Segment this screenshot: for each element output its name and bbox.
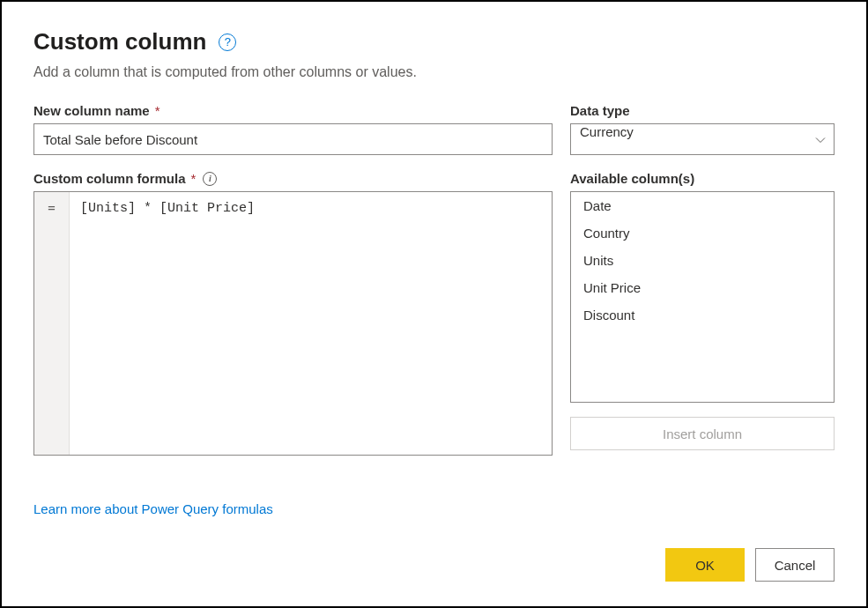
formula-content[interactable]: [Units] * [Unit Price] xyxy=(70,192,552,455)
info-icon[interactable]: i xyxy=(203,172,217,186)
data-type-label: Data type xyxy=(570,103,835,118)
dialog-subtitle: Add a column that is computed from other… xyxy=(33,64,835,80)
required-mark: * xyxy=(155,103,160,118)
dialog-footer: OK Cancel xyxy=(33,548,835,582)
available-columns-list[interactable]: Date Country Units Unit Price Discount xyxy=(570,191,835,403)
list-item[interactable]: Country xyxy=(571,219,834,247)
new-column-name-label: New column name * xyxy=(33,103,553,118)
formula-label: Custom column formula * i xyxy=(33,171,553,186)
formula-gutter: = xyxy=(34,192,70,455)
list-item[interactable]: Units xyxy=(571,247,834,274)
available-columns-label: Available column(s) xyxy=(570,171,835,186)
cancel-button[interactable]: Cancel xyxy=(755,548,835,582)
insert-column-button[interactable]: Insert column xyxy=(570,417,835,450)
help-icon[interactable]: ? xyxy=(219,33,236,51)
custom-column-dialog: Custom column ? Add a column that is com… xyxy=(0,0,868,608)
list-item[interactable]: Unit Price xyxy=(571,274,834,301)
dialog-title: Custom column xyxy=(33,28,206,56)
learn-more-link[interactable]: Learn more about Power Query formulas xyxy=(33,501,553,516)
dialog-header: Custom column ? xyxy=(33,28,835,56)
data-type-select[interactable]: Currency xyxy=(570,123,835,155)
new-column-name-label-text: New column name xyxy=(33,103,150,118)
list-item[interactable]: Discount xyxy=(571,301,834,329)
list-item[interactable]: Date xyxy=(571,192,834,219)
required-mark: * xyxy=(191,171,197,186)
formula-label-text: Custom column formula xyxy=(33,171,186,186)
formula-editor[interactable]: = [Units] * [Unit Price] xyxy=(33,191,553,456)
new-column-name-input[interactable] xyxy=(33,123,553,155)
ok-button[interactable]: OK xyxy=(665,548,745,582)
